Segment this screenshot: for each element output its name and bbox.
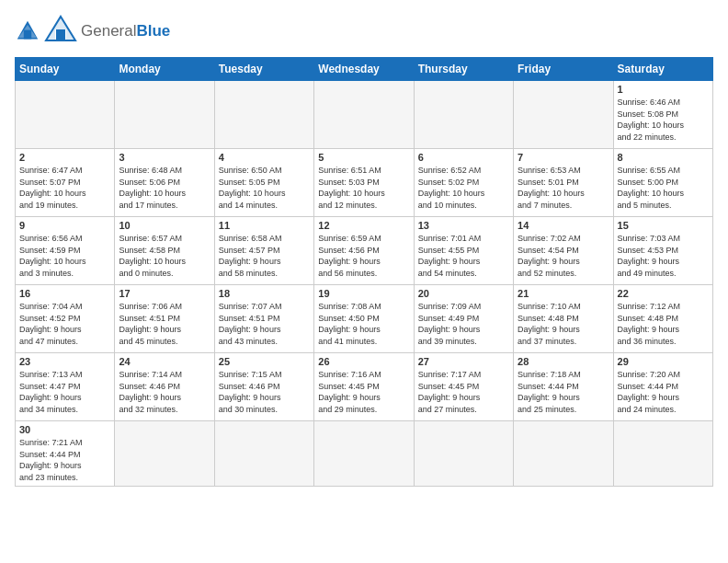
calendar-header: Sunday Monday Tuesday Wednesday Thursday… <box>16 58 713 81</box>
calendar-cell <box>314 81 414 149</box>
col-wednesday: Wednesday <box>314 58 414 81</box>
calendar-cell: 11Sunrise: 6:58 AMSunset: 4:57 PMDayligh… <box>214 217 313 285</box>
col-saturday: Saturday <box>613 58 712 81</box>
col-monday: Monday <box>115 58 214 81</box>
calendar-cell <box>514 81 613 149</box>
calendar-cell: 3Sunrise: 6:48 AMSunset: 5:06 PMDaylight… <box>115 149 214 217</box>
calendar-body: 1Sunrise: 6:46 AMSunset: 5:08 PMDaylight… <box>16 81 713 487</box>
calendar-cell: 8Sunrise: 6:55 AMSunset: 5:00 PMDaylight… <box>613 149 712 217</box>
calendar-cell: 1Sunrise: 6:46 AMSunset: 5:08 PMDaylight… <box>613 81 712 149</box>
calendar-cell: 12Sunrise: 6:59 AMSunset: 4:56 PMDayligh… <box>314 217 414 285</box>
calendar-cell: 7Sunrise: 6:53 AMSunset: 5:01 PMDaylight… <box>514 149 613 217</box>
calendar-cell <box>115 421 214 487</box>
calendar-cell: 24Sunrise: 7:14 AMSunset: 4:46 PMDayligh… <box>115 353 214 421</box>
calendar-cell: 22Sunrise: 7:12 AMSunset: 4:48 PMDayligh… <box>613 285 712 353</box>
col-tuesday: Tuesday <box>214 58 313 81</box>
calendar-cell <box>214 81 313 149</box>
calendar-cell: 2Sunrise: 6:47 AMSunset: 5:07 PMDaylight… <box>16 149 115 217</box>
calendar-cell <box>214 421 313 487</box>
calendar-cell: 23Sunrise: 7:13 AMSunset: 4:47 PMDayligh… <box>16 353 115 421</box>
calendar-cell: 30Sunrise: 7:21 AMSunset: 4:44 PMDayligh… <box>16 421 115 487</box>
svg-rect-2 <box>24 30 31 40</box>
svg-rect-5 <box>56 29 65 40</box>
calendar-cell <box>514 421 613 487</box>
calendar-cell: 9Sunrise: 6:56 AMSunset: 4:59 PMDaylight… <box>16 217 115 285</box>
calendar-cell: 27Sunrise: 7:17 AMSunset: 4:45 PMDayligh… <box>414 353 513 421</box>
logo-graphic <box>44 15 77 48</box>
calendar-cell: 20Sunrise: 7:09 AMSunset: 4:49 PMDayligh… <box>414 285 513 353</box>
calendar-cell: 13Sunrise: 7:01 AMSunset: 4:55 PMDayligh… <box>414 217 513 285</box>
calendar-cell <box>613 421 712 487</box>
calendar-cell <box>414 81 513 149</box>
calendar-cell: 17Sunrise: 7:06 AMSunset: 4:51 PMDayligh… <box>115 285 214 353</box>
calendar-cell: 29Sunrise: 7:20 AMSunset: 4:44 PMDayligh… <box>613 353 712 421</box>
calendar-cell <box>115 81 214 149</box>
logo-text: GeneralBlue <box>81 22 170 40</box>
calendar-cell: 10Sunrise: 6:57 AMSunset: 4:58 PMDayligh… <box>115 217 214 285</box>
header: GeneralBlue <box>15 15 713 48</box>
calendar-page: GeneralBlue Sunday Monday Tuesday Wednes… <box>0 0 728 496</box>
calendar-cell: 28Sunrise: 7:18 AMSunset: 4:44 PMDayligh… <box>514 353 613 421</box>
calendar-cell: 6Sunrise: 6:52 AMSunset: 5:02 PMDaylight… <box>414 149 513 217</box>
col-friday: Friday <box>514 58 613 81</box>
calendar-cell: 18Sunrise: 7:07 AMSunset: 4:51 PMDayligh… <box>214 285 313 353</box>
calendar-cell <box>314 421 414 487</box>
calendar-cell: 26Sunrise: 7:16 AMSunset: 4:45 PMDayligh… <box>314 353 414 421</box>
col-sunday: Sunday <box>16 58 115 81</box>
calendar-cell: 4Sunrise: 6:50 AMSunset: 5:05 PMDaylight… <box>214 149 313 217</box>
calendar-cell: 14Sunrise: 7:02 AMSunset: 4:54 PMDayligh… <box>514 217 613 285</box>
calendar-cell: 25Sunrise: 7:15 AMSunset: 4:46 PMDayligh… <box>214 353 313 421</box>
calendar-cell: 16Sunrise: 7:04 AMSunset: 4:52 PMDayligh… <box>16 285 115 353</box>
logo: GeneralBlue <box>15 15 170 48</box>
calendar-cell <box>414 421 513 487</box>
calendar-table: Sunday Monday Tuesday Wednesday Thursday… <box>15 57 713 487</box>
col-thursday: Thursday <box>414 58 513 81</box>
logo-icon <box>15 18 40 44</box>
calendar-cell: 15Sunrise: 7:03 AMSunset: 4:53 PMDayligh… <box>613 217 712 285</box>
calendar-cell: 21Sunrise: 7:10 AMSunset: 4:48 PMDayligh… <box>514 285 613 353</box>
calendar-cell: 19Sunrise: 7:08 AMSunset: 4:50 PMDayligh… <box>314 285 414 353</box>
calendar-cell: 5Sunrise: 6:51 AMSunset: 5:03 PMDaylight… <box>314 149 414 217</box>
calendar-cell <box>16 81 115 149</box>
